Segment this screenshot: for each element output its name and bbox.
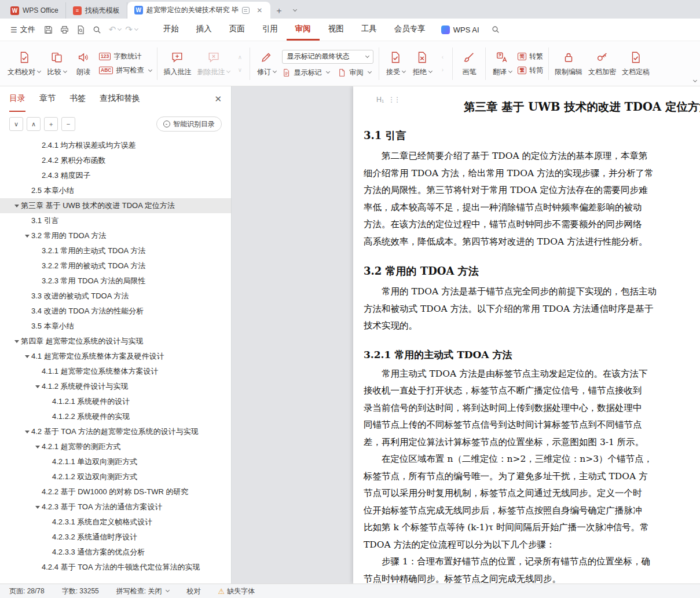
wps-ai-button[interactable]: WPS AI — [434, 19, 486, 41]
proofing-indicator[interactable]: 校对 — [186, 586, 200, 596]
traditional-to-simplified-button[interactable]: 繁 转简 — [518, 65, 543, 75]
toc-item[interactable]: 4.1.1 超宽带定位系统整体方案设计 — [0, 364, 231, 379]
document-page[interactable]: H₁ ⋮⋮ 第三章 基于 UWB 技术的改进 TDOA 定位方法 3.1 引言第… — [353, 86, 700, 584]
toc-item[interactable]: 4.2.3.3 通信方案的优点分析 — [0, 545, 231, 560]
toc-item[interactable]: 3.2.2 常用的被动式 TDOA 方法 — [0, 258, 231, 274]
tab-current-document[interactable]: W 超宽带定位的关键技术研究 毕 ✕ — [127, 2, 270, 19]
simplified-to-traditional-button[interactable]: 简 转繁 — [518, 52, 543, 61]
search-button[interactable] — [486, 19, 505, 41]
next-change-button[interactable]: › — [437, 65, 448, 75]
tab-template[interactable]: ≡ 找稿壳模板 — [66, 2, 127, 19]
tab-list-button[interactable] — [287, 2, 300, 19]
menu-tab-start[interactable]: 开始 — [155, 19, 188, 41]
toc-expand-icon[interactable] — [34, 506, 42, 509]
menu-tab-insert[interactable]: 插入 — [188, 19, 221, 41]
missing-font-warning[interactable]: ⚠ 缺失字体 — [218, 586, 255, 596]
panel-tab-find-replace[interactable]: 查找和替换 — [100, 86, 140, 112]
menu-tab-reference[interactable]: 引用 — [254, 19, 287, 41]
markup-state-dropdown[interactable]: 显示标记的最终状态 — [282, 50, 373, 64]
toc-item[interactable]: 2.5 本章小结 — [0, 183, 231, 198]
menu-tab-page[interactable]: 页面 — [221, 19, 254, 41]
toc-item[interactable]: 4.1.2 系统硬件设计与实现 — [0, 379, 231, 394]
read-aloud-button[interactable]: 朗读 — [70, 45, 97, 82]
toc-item[interactable]: 4.1 超宽带定位系统整体方案及硬件设计 — [0, 349, 231, 364]
toc-item[interactable]: 4.2.1.1 单边双向测距方式 — [0, 454, 231, 469]
spell-check-indicator[interactable]: 拼写检查: 关闭 — [116, 586, 170, 596]
undo-button[interactable]: ↶ — [107, 24, 123, 35]
toc-item[interactable]: 4.2.1 超宽带的测距方式 — [0, 439, 231, 454]
finalize-document-button[interactable]: 文档定稿 — [619, 45, 653, 82]
toc-item[interactable]: 3.2.1 常用的主动式 TDOA 方法 — [0, 243, 231, 258]
pen-button[interactable]: 画笔 — [456, 45, 482, 82]
toc-item[interactable]: 4.1.2.2 系统硬件的实现 — [0, 409, 231, 424]
toc-item[interactable]: 3.4 改进的 TDOA 方法的性能分析 — [0, 304, 231, 319]
save-button[interactable] — [41, 22, 56, 37]
toc-item[interactable]: 3.2.3 常用 TDOA 方法的局限性 — [0, 274, 231, 289]
toc-item[interactable]: 第四章 超宽带定位系统的设计与实现 — [0, 334, 231, 349]
new-tab-button[interactable]: ＋ — [270, 2, 287, 19]
spell-check-button[interactable]: ABC 拼写检查 — [99, 65, 152, 75]
encrypt-document-button[interactable]: 文档加密 — [585, 45, 619, 82]
close-panel-icon[interactable]: ✕ — [214, 86, 222, 112]
toc-expand-icon[interactable] — [34, 446, 42, 448]
toc-expand-icon[interactable] — [23, 235, 31, 238]
toc-item[interactable]: 3.5 本章小结 — [0, 319, 231, 334]
toc-item[interactable]: 4.2 基于 TOA 方法的超宽带定位系统的设计与实现 — [0, 424, 231, 439]
show-markup-button[interactable]: 显示标记 — [282, 68, 329, 78]
review-pane-button[interactable]: 审阅 — [338, 68, 371, 78]
toc-item[interactable]: 4.2.3.1 系统自定义帧格式设计 — [0, 515, 231, 530]
word-count-button[interactable]: 123 字数统计 — [99, 52, 152, 61]
menu-tab-tools[interactable]: 工具 — [353, 19, 386, 41]
panel-tab-bookmarks[interactable]: 书签 — [69, 86, 86, 112]
tab-wps-office[interactable]: W WPS Office — [3, 2, 66, 19]
toc-collapse-all-button[interactable]: − — [61, 117, 75, 131]
previous-change-button[interactable]: ‹ — [437, 52, 448, 63]
toc-expand-icon[interactable] — [23, 355, 31, 358]
previous-comment-button[interactable]: ∧ — [234, 52, 245, 63]
toc-item[interactable]: 4.2.2 基于 DW1000 的对称 DS-TWR 的研究 — [0, 484, 231, 499]
toc-item[interactable]: 3.2 常用的 TDOA 方法 — [0, 228, 231, 243]
print-preview-button[interactable] — [74, 22, 89, 37]
menu-tab-member[interactable]: 会员专享 — [386, 19, 434, 41]
close-tab-icon[interactable]: ✕ — [255, 6, 263, 14]
accept-button[interactable]: 接受 — [382, 45, 409, 82]
menu-tab-view[interactable]: 视图 — [320, 19, 353, 41]
restrict-editing-button[interactable]: 限制编辑 — [552, 45, 585, 82]
drag-handle-icon[interactable]: ⋮⋮ — [388, 96, 400, 104]
file-menu-button[interactable]: ☰ 文件 — [6, 19, 40, 41]
toc-item[interactable]: 2.4.2 累积分布函数 — [0, 153, 231, 168]
toc-previous-heading-button[interactable]: ∧ — [27, 117, 41, 131]
print-button[interactable] — [57, 22, 72, 37]
toc-item[interactable]: 2.4.3 精度因子 — [0, 168, 231, 183]
redo-button[interactable]: ↷ — [123, 24, 140, 35]
doc-proof-button[interactable]: 文档校对 — [5, 45, 43, 82]
find-button[interactable] — [90, 22, 105, 37]
toc-item[interactable]: 4.2.1.2 双边双向测距方式 — [0, 469, 231, 484]
insert-comment-button[interactable]: 插入批注 — [160, 45, 194, 82]
collapse-ribbon-button[interactable] — [691, 75, 697, 83]
toc-item[interactable]: 3.3 改进的被动式 TDOA 方法 — [0, 289, 231, 304]
toc-next-heading-button[interactable]: ∨ — [9, 117, 23, 131]
compare-button[interactable]: 比较 — [43, 45, 70, 82]
smart-toc-button[interactable]: 智能识别目录 — [156, 116, 222, 132]
toc-expand-icon[interactable] — [23, 431, 31, 433]
menu-tab-review[interactable]: 审阅 — [287, 19, 320, 41]
reject-button[interactable]: 拒绝 — [409, 45, 435, 82]
toc-item[interactable]: 2.4.1 均方根误差或均方误差 — [0, 138, 231, 153]
word-count-indicator[interactable]: 字数: 33255 — [62, 586, 99, 596]
toc-expand-icon[interactable] — [13, 205, 21, 207]
page-indicator[interactable]: 页面: 28/78 — [9, 586, 45, 596]
toc-expand-icon[interactable] — [13, 340, 21, 343]
toc-expand-icon[interactable] — [34, 385, 42, 388]
heading-level-marker[interactable]: H₁ ⋮⋮ — [376, 96, 400, 104]
toc-item[interactable]: 4.1.2.1 系统硬件的设计 — [0, 394, 231, 409]
toc-item[interactable]: 4.2.3 基于 TOA 方法的通信方案设计 — [0, 499, 231, 515]
toc-item[interactable]: 第三章 基于 UWB 技术的改进 TDOA 定位方法 — [0, 198, 231, 213]
toc-item[interactable]: 4.2.3.2 系统通信时序设计 — [0, 530, 231, 545]
delete-comment-button[interactable]: 删除批注 — [194, 45, 233, 82]
toc-item[interactable]: 3.1 引言 — [0, 213, 231, 228]
toc-expand-all-button[interactable]: ＋ — [44, 117, 58, 131]
toc-item[interactable]: 4.2.4 基于 TOA 方法的牛顿迭代定位算法的实现 — [0, 560, 231, 575]
translate-button[interactable]: 翻译 — [489, 45, 515, 82]
panel-tab-contents[interactable]: 目录 — [9, 86, 25, 112]
